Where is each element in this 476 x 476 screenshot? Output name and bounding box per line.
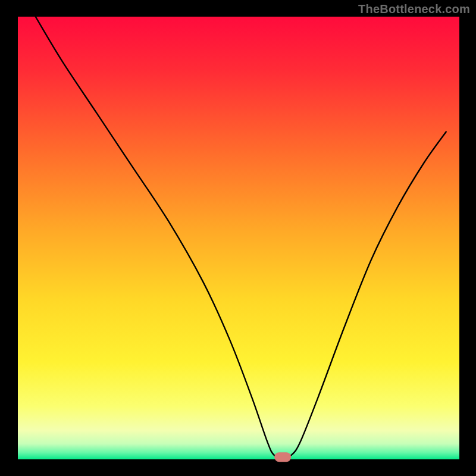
watermark-text: TheBottleneck.com [358, 2, 470, 16]
minimum-marker [274, 452, 291, 462]
chart-container: TheBottleneck.com [0, 0, 476, 476]
bottleneck-chart [0, 0, 476, 476]
chart-gradient-bg [18, 17, 459, 459]
